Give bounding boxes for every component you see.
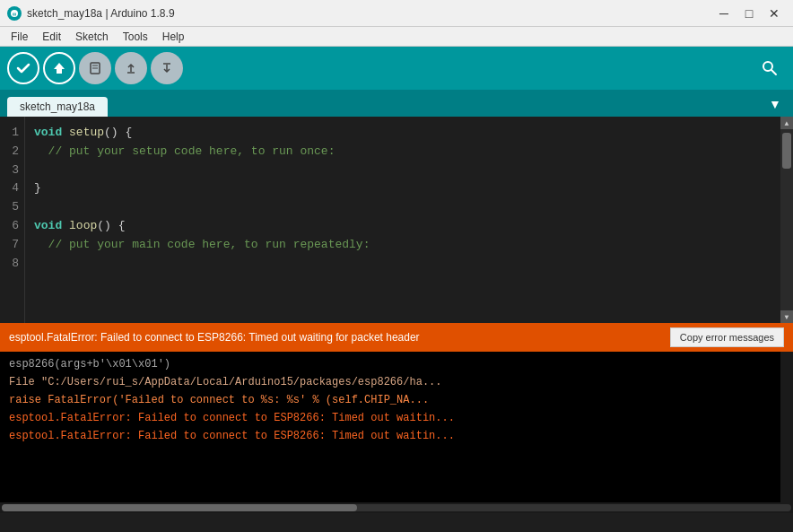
line-num-6: 6: [5, 217, 19, 236]
menu-edit[interactable]: Edit: [35, 29, 68, 45]
verify-button[interactable]: [7, 52, 39, 84]
console-line-4: esptool.FatalError: Failed to connect to…: [0, 409, 780, 427]
console-vertical-scrollbar[interactable]: [780, 352, 793, 502]
line-num-1: 1: [5, 124, 19, 143]
main-content: 1 2 3 4 5 6 7 8 void setup() { // put yo…: [0, 117, 793, 532]
h-scroll-thumb[interactable]: [2, 504, 357, 511]
upload-button[interactable]: [43, 52, 75, 84]
line-num-3: 3: [5, 161, 19, 180]
line-num-7: 7: [5, 236, 19, 255]
title-controls: ─ □ ✕: [712, 4, 786, 22]
console-horizontal-scrollbar[interactable]: [0, 502, 793, 513]
console-line-5: esptool.FatalError: Failed to connect to…: [0, 427, 780, 445]
arduino-icon: ∞: [7, 6, 22, 21]
scroll-up-arrow[interactable]: ▲: [780, 117, 793, 129]
save-button[interactable]: [151, 52, 183, 84]
scroll-thumb[interactable]: [782, 133, 791, 169]
console-wrapper: esp8266(args+b'\x01\x01') File "C:/Users…: [0, 352, 793, 502]
new-button[interactable]: [79, 52, 111, 84]
title-bar: ∞ sketch_may18a | Arduino 1.8.9 ─ □ ✕: [0, 0, 793, 27]
tab-dropdown-button[interactable]: ▼: [764, 93, 786, 115]
toolbar: [0, 47, 793, 90]
search-button[interactable]: [754, 52, 786, 84]
svg-marker-2: [54, 63, 65, 74]
menu-file[interactable]: File: [4, 29, 35, 45]
menu-sketch[interactable]: Sketch: [68, 29, 116, 45]
line-num-5: 5: [5, 198, 19, 217]
svg-line-9: [771, 70, 776, 74]
editor-container: 1 2 3 4 5 6 7 8 void setup() { // put yo…: [0, 117, 793, 323]
console-line-2: File "C:/Users/rui_s/AppData/Local/Ardui…: [0, 373, 780, 391]
window-title: sketch_may18a | Arduino 1.8.9: [27, 7, 175, 20]
svg-text:∞: ∞: [13, 11, 16, 18]
tab-label: sketch_may18a: [20, 100, 95, 113]
close-button[interactable]: ✕: [762, 4, 786, 22]
line-num-2: 2: [5, 143, 19, 161]
open-button[interactable]: [115, 52, 147, 84]
minimize-button[interactable]: ─: [712, 4, 736, 22]
copy-error-button[interactable]: Copy error messages: [670, 327, 784, 347]
console-line-1: esp8266(args+b'\x01\x01'): [0, 355, 780, 373]
scroll-down-arrow[interactable]: ▼: [780, 310, 793, 323]
code-editor[interactable]: void setup() { // put your setup code he…: [25, 117, 780, 323]
line-num-8: 8: [5, 255, 19, 274]
title-left: ∞ sketch_may18a | Arduino 1.8.9: [7, 6, 175, 21]
line-numbers: 1 2 3 4 5 6 7 8: [0, 117, 25, 323]
line-num-4: 4: [5, 179, 19, 198]
console-line-3: raise FatalError('Failed to connect to %…: [0, 391, 780, 409]
toolbar-right: [754, 52, 786, 84]
console-output: esp8266(args+b'\x01\x01') File "C:/Users…: [0, 352, 780, 502]
maximize-button[interactable]: □: [737, 4, 761, 22]
error-bar: esptool.FatalError: Failed to connect to…: [0, 323, 793, 352]
menu-bar: File Edit Sketch Tools Help: [0, 27, 793, 47]
menu-help[interactable]: Help: [155, 29, 192, 45]
tab-bar: sketch_may18a ▼: [0, 90, 793, 117]
h-scroll-track: [2, 504, 791, 511]
menu-tools[interactable]: Tools: [116, 29, 155, 45]
editor-vertical-scrollbar[interactable]: ▲ ▼: [780, 117, 793, 323]
error-message: esptool.FatalError: Failed to connect to…: [9, 331, 420, 344]
editor-tab[interactable]: sketch_may18a: [7, 97, 108, 117]
